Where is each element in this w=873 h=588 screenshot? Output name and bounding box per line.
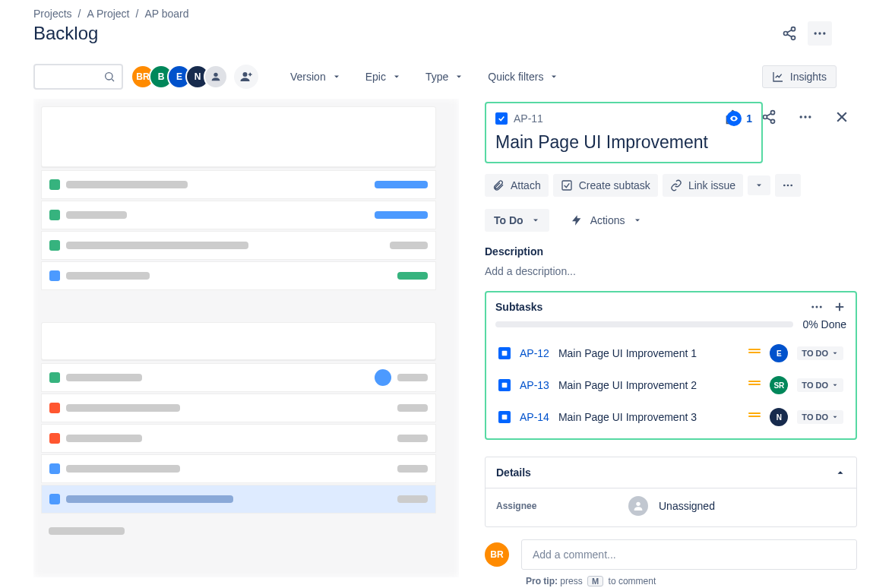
subtasks-label: Subtasks: [495, 301, 542, 313]
svg-point-28: [820, 306, 822, 308]
link-issue-button[interactable]: Link issue: [663, 174, 743, 197]
link-icon: [670, 179, 682, 191]
subtask-key[interactable]: AP-13: [520, 379, 549, 391]
chevron-down-icon: [332, 72, 341, 81]
subtask-title: Main Page UI Improvement 2: [558, 379, 739, 391]
backlog-list-blurred: [33, 99, 459, 577]
add-member-button[interactable]: [234, 65, 258, 89]
subtask-key[interactable]: AP-14: [520, 411, 549, 423]
chevron-down-icon: [754, 181, 764, 190]
chevron-down-icon: [633, 216, 642, 225]
priority-icon: [748, 413, 761, 422]
svg-point-14: [771, 119, 775, 123]
subtask-type-icon: [498, 379, 511, 391]
more-actions-button[interactable]: [775, 174, 801, 197]
svg-line-16: [767, 118, 771, 120]
svg-rect-32: [502, 383, 508, 388]
more-icon[interactable]: [808, 21, 832, 46]
subtask-row[interactable]: AP-12Main Page UI Improvement 1ETO DO: [492, 338, 849, 368]
chevron-down-icon: [454, 72, 463, 81]
more-icon: [782, 179, 794, 191]
priority-icon: [748, 381, 761, 390]
svg-point-34: [636, 502, 640, 506]
subtask-assignee-avatar[interactable]: E: [770, 344, 788, 362]
svg-point-12: [771, 111, 775, 115]
breadcrumb-separator: /: [75, 8, 84, 20]
comment-input[interactable]: Add a comment...: [521, 539, 857, 570]
details-panel: Details Assignee Unassigned: [485, 457, 857, 527]
subtask-key[interactable]: AP-12: [520, 347, 549, 359]
watchers[interactable]: 1: [726, 111, 752, 126]
page-title: Backlog: [33, 23, 98, 44]
actions-dropdown[interactable]: Actions: [571, 214, 642, 226]
issue-title[interactable]: Main Page UI Improvement: [495, 132, 752, 153]
breadcrumb-board[interactable]: AP board: [144, 8, 188, 20]
add-subtask-icon[interactable]: [833, 300, 846, 314]
subtask-status[interactable]: TO DO: [797, 378, 843, 392]
subtask-type-icon: [498, 347, 511, 359]
status-dropdown[interactable]: To Do: [485, 209, 549, 232]
search-icon: [103, 71, 115, 83]
chevron-down-icon: [549, 72, 558, 81]
svg-point-10: [214, 73, 217, 77]
svg-point-26: [811, 306, 814, 308]
svg-point-11: [243, 72, 248, 77]
quick-filters-dropdown[interactable]: Quick filters: [485, 66, 561, 87]
svg-point-8: [106, 73, 112, 80]
link-issue-dropdown[interactable]: [748, 175, 770, 195]
subtask-title: Main Page UI Improvement 3: [558, 411, 739, 423]
subtask-row[interactable]: AP-13Main Page UI Improvement 2SRTO DO: [492, 370, 849, 400]
subtask-title: Main Page UI Improvement 1: [558, 347, 739, 359]
chevron-down-icon: [531, 216, 540, 225]
avatar-more[interactable]: [204, 65, 228, 89]
subtasks-more-icon[interactable]: [810, 300, 824, 314]
search-input[interactable]: [33, 64, 123, 90]
subtask-status[interactable]: TO DO: [797, 410, 843, 424]
svg-point-19: [808, 115, 811, 118]
breadcrumb-project[interactable]: A Project: [87, 8, 129, 20]
subtasks-progress-bar: [495, 321, 793, 327]
subtask-type-icon: [498, 411, 511, 423]
task-icon: [495, 112, 508, 125]
type-dropdown[interactable]: Type: [422, 66, 467, 87]
svg-line-15: [767, 113, 771, 115]
svg-point-6: [818, 32, 821, 34]
svg-point-17: [800, 115, 802, 118]
more-icon[interactable]: [793, 105, 818, 129]
svg-rect-22: [562, 181, 571, 190]
pro-tip: Pro tip: press M to comment: [526, 576, 857, 586]
svg-point-23: [783, 185, 786, 187]
bolt-icon: [571, 214, 583, 226]
epic-dropdown[interactable]: Epic: [362, 66, 404, 87]
version-dropdown[interactable]: Version: [287, 66, 344, 87]
chevron-up-icon: [835, 467, 846, 478]
svg-point-27: [816, 306, 818, 308]
svg-rect-33: [502, 415, 508, 420]
details-toggle[interactable]: Details: [486, 457, 856, 488]
attach-button[interactable]: Attach: [485, 174, 549, 197]
svg-point-18: [804, 115, 806, 118]
subtask-row[interactable]: AP-14Main Page UI Improvement 3NTO DO: [492, 402, 849, 432]
chevron-down-icon: [392, 72, 401, 81]
description-field[interactable]: Add a description...: [485, 265, 857, 277]
insights-button[interactable]: Insights: [762, 65, 837, 88]
breadcrumb-separator: /: [133, 8, 142, 20]
create-subtask-button[interactable]: Create subtask: [553, 174, 658, 197]
assignee-value[interactable]: Unassigned: [659, 500, 715, 512]
issue-key[interactable]: AP-11: [495, 112, 543, 125]
subtask-assignee-avatar[interactable]: SR: [770, 376, 788, 394]
subtasks-panel: Subtasks 0% Done AP-12Main Page UI Impro…: [485, 291, 857, 440]
subtask-assignee-avatar[interactable]: N: [770, 408, 788, 426]
svg-point-1: [784, 32, 788, 36]
svg-rect-31: [502, 351, 508, 356]
breadcrumb-projects[interactable]: Projects: [33, 8, 72, 20]
member-avatars: BR B E N: [137, 65, 258, 89]
subtask-icon: [561, 179, 573, 191]
close-icon[interactable]: [830, 105, 854, 129]
chart-icon: [772, 71, 784, 83]
subtask-status[interactable]: TO DO: [797, 346, 843, 360]
svg-point-0: [792, 27, 796, 31]
share-icon[interactable]: [777, 21, 802, 46]
breadcrumb: Projects / A Project / AP board: [33, 8, 840, 20]
svg-point-24: [787, 185, 789, 187]
